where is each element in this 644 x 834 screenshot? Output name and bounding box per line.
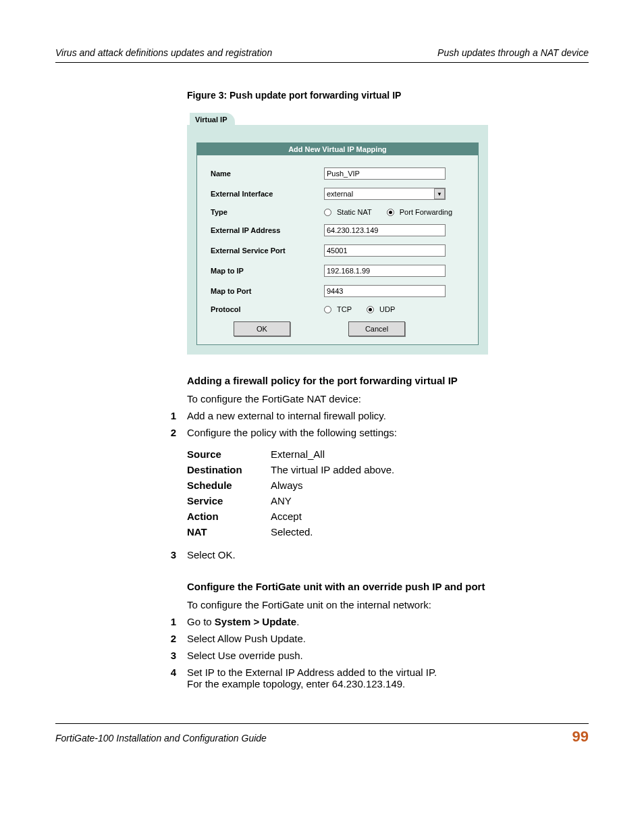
setting-value: External_All <box>271 446 404 462</box>
label-external-interface: External Interface <box>211 190 324 198</box>
setting-key: Schedule <box>187 477 271 493</box>
table-row: ActionAccept <box>187 509 404 524</box>
header-right: Push updates through a NAT device <box>437 47 589 58</box>
ov-step-4-text: Set IP to the External IP Address added … <box>187 667 437 689</box>
heading-override-push: Configure the FortiGate unit with an ove… <box>187 581 589 592</box>
table-row: SourceExternal_All <box>187 446 404 462</box>
ov-step-2-text: Select Allow Push Update. <box>187 633 306 644</box>
fw-step-2: 2 Configure the policy with the followin… <box>160 427 589 438</box>
fw-step-3: 3 Select OK. <box>160 549 589 561</box>
setting-key: Destination <box>187 462 271 477</box>
chevron-down-icon: ▼ <box>434 188 445 199</box>
ov-step-3: 3 Select Use override push. <box>160 650 589 661</box>
label-map-to-ip: Map to IP <box>211 267 324 275</box>
footer-guide-name: FortiGate-100 Installation and Configura… <box>55 733 267 744</box>
radio-static-nat[interactable] <box>324 209 331 216</box>
panel-title: Add New Virtual IP Mapping <box>197 143 478 155</box>
ov-step-1: 1 Go to System > Update. <box>160 616 589 627</box>
header-rule <box>55 62 589 63</box>
map-to-port-input[interactable] <box>324 285 446 297</box>
name-input[interactable] <box>324 167 446 180</box>
fw-step-2-text: Configure the policy with the following … <box>187 427 397 438</box>
setting-key: Action <box>187 509 271 524</box>
radio-label-udp: UDP <box>379 305 395 313</box>
setting-value: The virtual IP added above. <box>271 462 404 477</box>
setting-value: Always <box>271 477 404 493</box>
label-external-port: External Service Port <box>211 246 324 255</box>
tab-virtual-ip[interactable]: Virtual IP <box>190 113 235 125</box>
label-map-to-port: Map to Port <box>211 287 324 295</box>
label-type: Type <box>211 208 324 216</box>
table-row: NATSelected. <box>187 524 404 540</box>
label-external-ip: External IP Address <box>211 226 324 234</box>
setting-key: NAT <box>187 524 271 540</box>
radio-tcp[interactable] <box>324 306 331 313</box>
radio-label-tcp: TCP <box>337 305 352 313</box>
label-protocol: Protocol <box>211 305 324 313</box>
firewall-intro: To configure the FortiGate NAT device: <box>187 393 589 405</box>
header-left: Virus and attack definitions updates and… <box>55 47 272 58</box>
external-interface-value: external <box>327 190 353 198</box>
tab-bar: Virtual IP <box>187 107 488 125</box>
radio-label-static-nat: Static NAT <box>337 208 372 216</box>
setting-value: Accept <box>271 509 404 524</box>
override-intro: To configure the FortiGate unit on the i… <box>187 599 589 610</box>
setting-value: Selected. <box>271 524 404 540</box>
external-port-input[interactable] <box>324 244 446 257</box>
table-row: DestinationThe virtual IP added above. <box>187 462 404 477</box>
figure-caption: Figure 3: Push update port forwarding vi… <box>187 90 589 101</box>
ov-step-1-text: Go to System > Update. <box>187 616 299 627</box>
vip-mapping-panel: Add New Virtual IP Mapping Name External… <box>196 142 479 345</box>
table-row: ScheduleAlways <box>187 477 404 493</box>
cancel-button[interactable]: Cancel <box>348 321 405 336</box>
ov-step-2: 2 Select Allow Push Update. <box>160 633 589 644</box>
page-number: 99 <box>572 728 589 746</box>
setting-value: ANY <box>271 493 404 509</box>
heading-firewall-policy: Adding a firewall policy for the port fo… <box>187 375 589 386</box>
ov-step-3-text: Select Use override push. <box>187 650 303 661</box>
label-name: Name <box>211 170 324 178</box>
virtual-ip-screenshot: Virtual IP Add New Virtual IP Mapping Na… <box>187 107 488 355</box>
fw-step-3-text: Select OK. <box>187 549 236 561</box>
fw-step-1: 1 Add a new external to internal firewal… <box>160 410 589 421</box>
table-row: ServiceANY <box>187 493 404 509</box>
setting-key: Service <box>187 493 271 509</box>
radio-port-forwarding[interactable] <box>387 209 394 216</box>
radio-label-port-forwarding: Port Forwarding <box>400 208 452 216</box>
map-to-ip-input[interactable] <box>324 265 446 277</box>
policy-settings-table: SourceExternal_AllDestinationThe virtual… <box>187 446 404 540</box>
ok-button[interactable]: OK <box>234 321 290 336</box>
external-ip-input[interactable] <box>324 224 446 236</box>
external-interface-select[interactable]: external ▼ <box>324 188 446 200</box>
setting-key: Source <box>187 446 271 462</box>
ov-step-4: 4 Set IP to the External IP Address adde… <box>160 667 589 689</box>
fw-step-1-text: Add a new external to internal firewall … <box>187 410 386 421</box>
radio-udp[interactable] <box>367 306 374 313</box>
